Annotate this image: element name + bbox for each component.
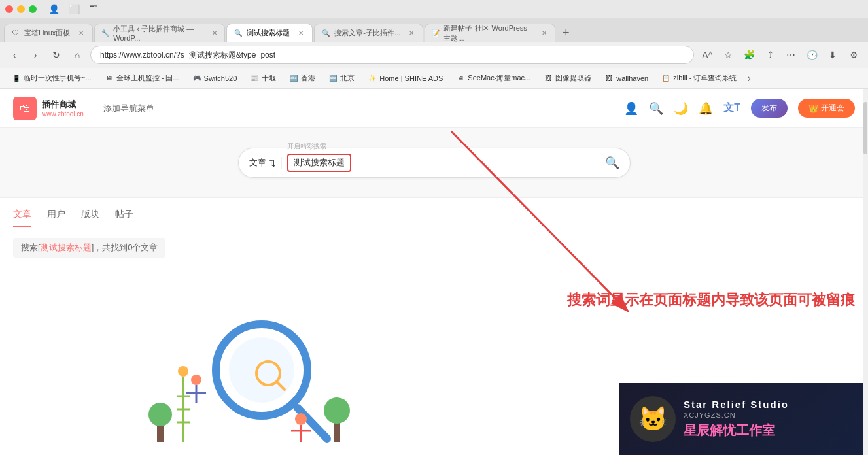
- tab-favicon-results: 🔍: [321, 29, 330, 38]
- tab-favicon-tools: 🔧: [101, 29, 109, 38]
- result-prefix: 搜索[: [21, 243, 41, 252]
- refresh-button[interactable]: ↻: [48, 47, 64, 63]
- svg-point-14: [148, 403, 172, 426]
- share-icon[interactable]: ⤴: [762, 47, 778, 63]
- new-tab-button[interactable]: +: [557, 24, 575, 42]
- history-icon[interactable]: 🕐: [804, 47, 820, 63]
- bookmark-label-zibill: zibill - 订单查询系统: [673, 73, 737, 83]
- back-button[interactable]: ‹: [7, 47, 22, 63]
- tab-label-newpost: 新建帖子-社区-WordPress主题...: [443, 24, 534, 43]
- search-header-icon[interactable]: 🔍: [649, 101, 663, 116]
- svg-point-10: [191, 375, 201, 385]
- open-vip-label: 开通会: [821, 103, 844, 114]
- tab-close-search[interactable]: ✕: [296, 29, 305, 38]
- header-actions: 👤 🔍 🌙 🔔 文T 发布 👑 开通会: [624, 99, 855, 118]
- forward-button[interactable]: ›: [27, 47, 43, 63]
- bookmark-shineads[interactable]: ✨ Home | SHINE ADS: [362, 73, 448, 84]
- svg-point-16: [324, 397, 350, 424]
- bookmark-favicon-shineads: ✨: [368, 74, 377, 83]
- user-circle-icon[interactable]: 👤: [624, 101, 638, 116]
- tab-baota[interactable]: 🛡 宝塔Linux面板 ✕: [4, 24, 93, 42]
- search-input-wrapper: 开启精彩搜索 测试搜索标题: [287, 154, 600, 172]
- search-type-label: 文章: [249, 157, 266, 169]
- search-section: 文章 ⇅ 开启精彩搜索 测试搜索标题 🔍: [0, 128, 868, 198]
- tab-close-baota[interactable]: ✕: [77, 29, 86, 38]
- tab-label-search: 测试搜索标题: [247, 28, 290, 38]
- close-button[interactable]: [5, 5, 13, 13]
- bookmark-image[interactable]: 🖼 图像提取器: [538, 72, 597, 84]
- tab-close-newpost[interactable]: ✕: [540, 29, 548, 38]
- tab-results[interactable]: 🔍 搜索文章-子比插件... ✕: [314, 24, 423, 42]
- cat-emoji: 🐱: [638, 405, 668, 433]
- tab-tools[interactable]: 🔧 小工具 ‹ 子比插件商城 — WordP... ✕: [94, 24, 225, 42]
- tab-articles[interactable]: 文章: [13, 209, 31, 227]
- tab-favicon-baota: 🛡: [11, 29, 20, 38]
- site-nav-add[interactable]: 添加导航菜单: [103, 103, 154, 114]
- tab-favicon-search: 🔍: [234, 29, 243, 38]
- bookmark-switch520[interactable]: 🎮 Switch520: [187, 73, 243, 84]
- menu-icon[interactable]: ⋯: [783, 47, 799, 63]
- bookmark-shiyan[interactable]: 📰 十堰: [245, 72, 281, 84]
- overlay-subtitle: XCJYGZS.CN: [684, 411, 858, 419]
- bookmark-bj[interactable]: 🔤 北京: [323, 72, 360, 84]
- reader-mode-icon[interactable]: Aᴬ: [699, 47, 715, 63]
- cat-avatar: 🐱: [630, 396, 676, 442]
- download-icon[interactable]: ⬇: [825, 47, 841, 63]
- minimize-button[interactable]: [17, 5, 25, 13]
- illustration-area: [85, 311, 412, 455]
- logo-main-text: 插件商城: [42, 99, 84, 110]
- bookmark-monitor[interactable]: 🖥 全球主机监控 - 国...: [99, 72, 184, 84]
- bookmark-label-monitor: 全球主机监控 - 国...: [116, 73, 179, 83]
- translate-icon[interactable]: 文T: [723, 101, 740, 115]
- bookmark-label-switch: Switch520: [204, 75, 237, 82]
- overlay-text-area: Star Relief Studio XCJYGZS.CN 星辰解忧工作室: [684, 399, 858, 439]
- result-suffix: ]，共找到0个文章: [92, 243, 158, 252]
- scrollbar[interactable]: [863, 89, 868, 455]
- notification-icon[interactable]: 🔔: [699, 101, 713, 116]
- site-logo[interactable]: 🛍 插件商城 www.zbtool.cn: [13, 97, 84, 120]
- publish-button[interactable]: 发布: [751, 99, 788, 118]
- tab-search-active[interactable]: 🔍 测试搜索标题 ✕: [226, 24, 313, 42]
- tab-blocks[interactable]: 版块: [81, 209, 99, 227]
- bookmark-wallhaven[interactable]: 🖼 wallhaven: [599, 73, 653, 84]
- search-submit-icon[interactable]: 🔍: [605, 156, 619, 170]
- address-input[interactable]: https://www.zbtool.cn/?s=测试搜索标题&type=pos…: [90, 46, 694, 64]
- tab-users[interactable]: 用户: [47, 209, 65, 227]
- bookmark-phone[interactable]: 📱 临时一次性手机号~...: [7, 72, 97, 84]
- bookmarks-bar: 📱 临时一次性手机号~... 🖥 全球主机监控 - 国... 🎮 Switch5…: [0, 68, 868, 89]
- bookmark-favicon-wallhaven: 🖼: [604, 74, 614, 83]
- search-keyword-highlighted[interactable]: 测试搜索标题: [287, 154, 351, 172]
- bookmark-label-image: 图像提取器: [555, 73, 591, 83]
- bookmark-hk[interactable]: 🔤 香港: [284, 72, 321, 84]
- tab-posts[interactable]: 帖子: [115, 209, 133, 227]
- bookmark-favicon-phone: 📱: [12, 74, 21, 83]
- content-tabs: 文章 用户 版块 帖子: [13, 209, 855, 228]
- tab-close-results[interactable]: ✕: [407, 29, 416, 38]
- bookmark-favicon-bj: 🔤: [328, 74, 338, 83]
- bookmark-label-phone: 临时一次性手机号~...: [24, 73, 92, 83]
- home-button[interactable]: ⌂: [69, 47, 85, 63]
- scrollbar-thumb[interactable]: [863, 102, 867, 154]
- svg-point-4: [229, 337, 294, 403]
- bookmark-zibill[interactable]: 📋 zibill - 订单查询系统: [656, 72, 742, 84]
- bookmark-favicon-image: 🖼: [544, 74, 553, 83]
- search-type-selector[interactable]: 文章 ⇅: [249, 157, 282, 169]
- tab-close-tools[interactable]: ✕: [211, 29, 218, 38]
- bookmark-star-icon[interactable]: ☆: [720, 47, 736, 63]
- chevron-up-down-icon: ⇅: [269, 158, 276, 168]
- content-section: 文章 用户 版块 帖子 搜索[测试搜索标题]，共找到0个文章: [0, 198, 868, 268]
- titlebar: 👤 ⬜ 🗔: [0, 0, 868, 18]
- overlay-title: Star Relief Studio: [684, 399, 858, 410]
- moon-icon[interactable]: 🌙: [674, 101, 688, 116]
- tab-new-post[interactable]: 📝 新建帖子-社区-WordPress主题... ✕: [425, 24, 555, 42]
- bookmarks-more-icon[interactable]: ›: [747, 73, 750, 84]
- open-vip-button[interactable]: 👑 开通会: [798, 99, 855, 118]
- settings-icon[interactable]: ⚙: [846, 47, 861, 63]
- maximize-button[interactable]: [29, 5, 37, 13]
- bookmark-label-shiyan: 十堰: [262, 73, 276, 83]
- bookmark-favicon-shiyan: 📰: [250, 74, 259, 83]
- extension-icon[interactable]: 🧩: [741, 47, 757, 63]
- bookmark-favicon-zibill: 📋: [661, 74, 670, 83]
- bookmark-seemac[interactable]: 🖥 SeeMac-海量mac...: [451, 72, 536, 84]
- svg-point-17: [295, 413, 307, 425]
